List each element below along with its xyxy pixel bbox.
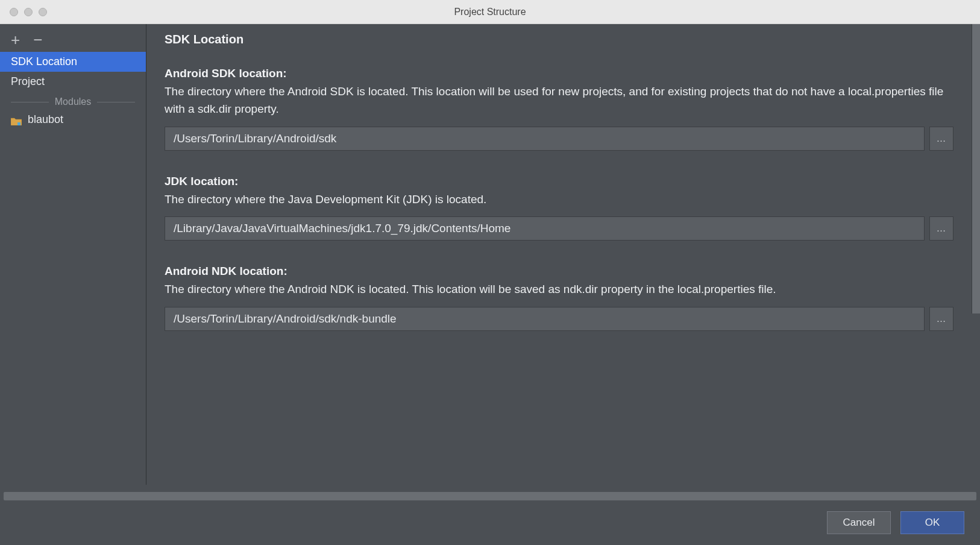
sidebar-item-sdk-location[interactable]: SDK Location <box>0 52 146 72</box>
section-android-ndk: Android NDK location: The directory wher… <box>165 265 953 330</box>
horizontal-scrollbar[interactable] <box>4 492 976 500</box>
android-sdk-path-input[interactable] <box>165 127 925 151</box>
jdk-label: JDK location: <box>165 175 953 188</box>
close-window-button[interactable] <box>10 8 18 16</box>
page-title: SDK Location <box>165 33 953 46</box>
android-ndk-path-row: … <box>165 307 953 331</box>
jdk-description: The directory where the Java Development… <box>165 191 953 208</box>
window-controls <box>0 8 47 16</box>
remove-button[interactable]: − <box>33 34 42 46</box>
cancel-button[interactable]: Cancel <box>827 511 891 534</box>
ellipsis-icon: … <box>937 313 947 324</box>
vertical-scrollbar[interactable] <box>972 24 980 313</box>
modules-section-header: Modules <box>0 92 146 111</box>
sidebar-item-label: Project <box>11 75 45 87</box>
project-structure-window: Project Structure + − SDK Location Proje… <box>0 0 980 545</box>
dialog-button-bar: Cancel OK <box>0 500 980 545</box>
android-sdk-description: The directory where the Android SDK is l… <box>165 83 953 118</box>
section-android-sdk: Android SDK location: The directory wher… <box>165 67 953 151</box>
zoom-window-button[interactable] <box>39 8 47 16</box>
android-ndk-path-input[interactable] <box>165 307 925 331</box>
ellipsis-icon: … <box>937 223 947 234</box>
sidebar: + − SDK Location Project Modules <box>0 24 146 485</box>
module-item-label: blaubot <box>28 113 63 126</box>
jdk-path-row: … <box>165 216 953 241</box>
modules-header-label: Modules <box>55 96 91 107</box>
sidebar-item-label: SDK Location <box>11 55 77 68</box>
module-item-blaubot[interactable]: blaubot <box>0 111 146 128</box>
module-folder-icon <box>11 116 22 124</box>
ellipsis-icon: … <box>937 133 947 144</box>
jdk-browse-button[interactable]: … <box>929 216 953 241</box>
ok-button[interactable]: OK <box>900 511 964 534</box>
android-ndk-label: Android NDK location: <box>165 265 953 278</box>
content-area: SDK Location Android SDK location: The d… <box>146 24 980 485</box>
android-ndk-browse-button[interactable]: … <box>929 307 953 331</box>
sidebar-list: SDK Location Project Modules <box>0 52 146 128</box>
content-scroll: SDK Location Android SDK location: The d… <box>165 33 980 485</box>
sidebar-toolbar: + − <box>0 30 146 52</box>
titlebar: Project Structure <box>0 0 980 24</box>
jdk-path-input[interactable] <box>165 216 925 241</box>
ok-button-label: OK <box>925 517 940 528</box>
window-title: Project Structure <box>454 7 526 17</box>
cancel-button-label: Cancel <box>843 517 875 528</box>
sidebar-item-project[interactable]: Project <box>0 72 146 92</box>
svg-rect-0 <box>17 122 20 125</box>
add-button[interactable]: + <box>11 34 20 46</box>
android-sdk-label: Android SDK location: <box>165 67 953 80</box>
minimize-window-button[interactable] <box>24 8 33 16</box>
android-sdk-path-row: … <box>165 127 953 151</box>
dialog-body: + − SDK Location Project Modules <box>0 24 980 545</box>
android-ndk-description: The directory where the Android NDK is l… <box>165 280 953 298</box>
android-sdk-browse-button[interactable]: … <box>929 127 953 151</box>
main-split: + − SDK Location Project Modules <box>0 24 980 485</box>
section-jdk: JDK location: The directory where the Ja… <box>165 175 953 241</box>
